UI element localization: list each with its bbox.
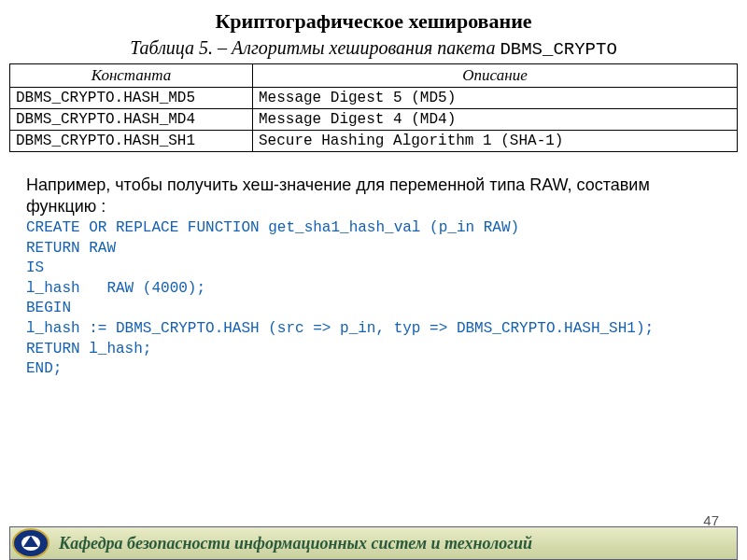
footer-bar: Кафедра безопасности информационных сист…: [9, 526, 738, 560]
table-row: DBMS_CRYPTO.HASH_MD5 Message Digest 5 (M…: [10, 88, 738, 109]
table-caption: Таблица 5. – Алгоритмы хеширования пакет…: [0, 37, 747, 60]
cell-const: DBMS_CRYPTO.HASH_MD5: [10, 88, 253, 109]
footer: Кафедра безопасности информационных сист…: [0, 526, 747, 560]
hash-algorithms-table: Константа Описание DBMS_CRYPTO.HASH_MD5 …: [9, 63, 738, 152]
col-header-desc: Описание: [253, 64, 738, 88]
cell-desc: Message Digest 4 (MD4): [253, 109, 738, 131]
cell-const: DBMS_CRYPTO.HASH_MD4: [10, 109, 253, 131]
cell-desc: Message Digest 5 (MD5): [253, 88, 738, 109]
slide: Криптографическое хеширование Таблица 5.…: [0, 9, 747, 560]
paragraph: Например, чтобы получить хеш-значение дл…: [26, 175, 721, 217]
footer-text: Кафедра безопасности информационных сист…: [53, 534, 737, 553]
table-row: DBMS_CRYPTO.HASH_MD4 Message Digest 4 (M…: [10, 109, 738, 131]
table-row: DBMS_CRYPTO.HASH_SH1 Secure Hashing Algo…: [10, 131, 738, 152]
col-header-const: Константа: [10, 64, 253, 88]
university-logo-icon: [8, 527, 53, 559]
table-header-row: Константа Описание: [10, 64, 738, 88]
table-caption-text: Таблица 5. – Алгоритмы хеширования пакет…: [130, 37, 500, 58]
code-block: CREATE OR REPLACE FUNCTION get_sha1_hash…: [26, 218, 721, 380]
cell-desc: Secure Hashing Algorithm 1 (SHA-1): [253, 131, 738, 152]
table-caption-package: DBMS_CRYPTO: [500, 39, 616, 60]
slide-title: Криптографическое хеширование: [0, 9, 747, 34]
cell-const: DBMS_CRYPTO.HASH_SH1: [10, 131, 253, 152]
